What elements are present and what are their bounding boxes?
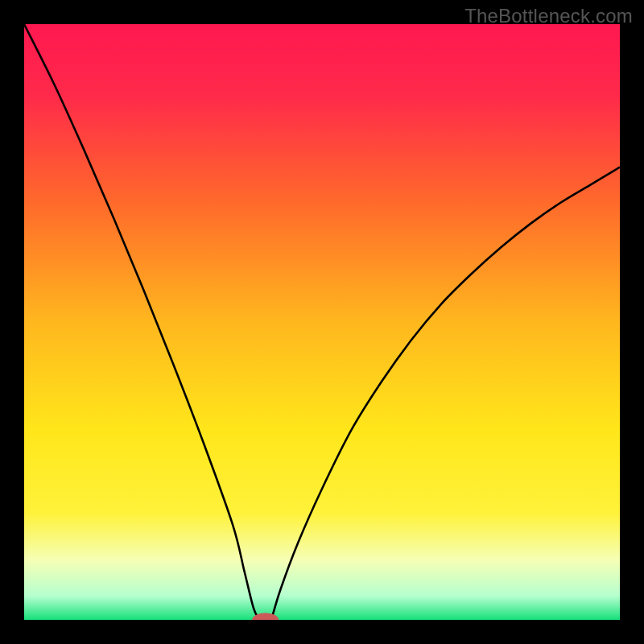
watermark-text: TheBottleneck.com (464, 5, 633, 27)
plot-area (24, 24, 620, 620)
gradient-background (24, 24, 620, 620)
chart-frame: TheBottleneck.com (0, 0, 644, 644)
plot-svg (24, 24, 620, 620)
